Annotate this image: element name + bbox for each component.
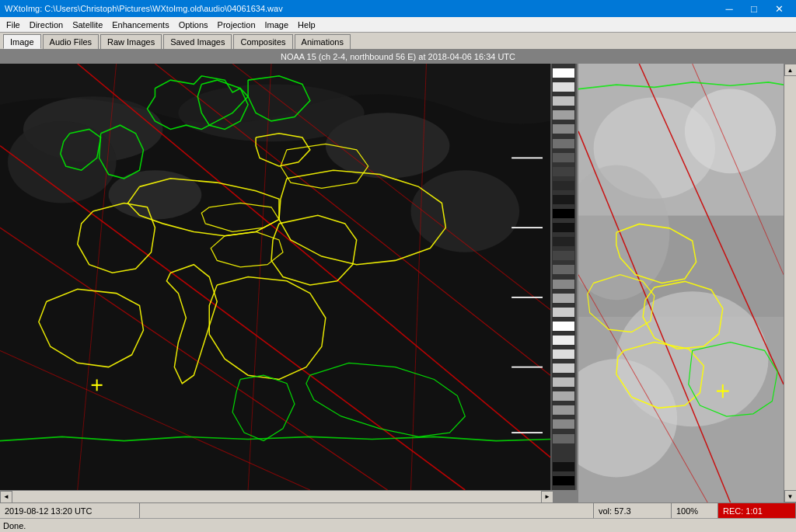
tab-audio-files[interactable]: Audio Files	[43, 34, 99, 49]
scroll-up-button[interactable]: ▲	[784, 64, 797, 76]
menu-file[interactable]: File	[2, 17, 25, 33]
main-satellite-image[interactable]	[0, 64, 552, 490]
scroll-bottom-area: ◄ ►	[0, 490, 578, 502]
menu-satellite[interactable]: Satellite	[68, 17, 107, 33]
menu-projection[interactable]: Projection	[213, 17, 260, 33]
scroll-track[interactable]	[12, 491, 541, 503]
status-message: Done.	[3, 521, 26, 530]
tab-animations[interactable]: Animations	[295, 34, 351, 49]
statusbar: 2019-08-12 13:20 UTC vol: 57.3 100% REC:…	[0, 502, 796, 518]
scroll-down-button[interactable]: ▼	[784, 490, 797, 502]
tab-raw-images[interactable]: Raw Images	[100, 34, 162, 49]
status-vol: vol: 57.3	[594, 503, 672, 518]
main-content: NOAA 15 (ch 2-4, northbound 56 E) at 201…	[0, 50, 796, 502]
secondary-satellite-image[interactable]	[578, 64, 784, 502]
tab-saved-images[interactable]: Saved Images	[163, 34, 232, 49]
scroll-right-button[interactable]: ►	[541, 491, 553, 503]
svg-rect-7	[0, 64, 550, 490]
tab-image[interactable]: Image	[3, 34, 41, 49]
titlebar-title: WXtoImg: C:\Users\Christoph\Pictures\WXt…	[5, 4, 283, 13]
right-panel: ▲ ▼	[578, 64, 796, 502]
close-button[interactable]: ✕	[766, 0, 791, 17]
calibration-strip	[552, 64, 577, 490]
scroll-left-button[interactable]: ◄	[0, 491, 12, 503]
content-row: ◄ ►	[0, 64, 796, 502]
bottom-row: Done.	[0, 518, 796, 532]
titlebar-controls: ─ □ ✕	[717, 0, 791, 17]
minimize-button[interactable]: ─	[717, 0, 742, 17]
status-empty	[140, 503, 594, 518]
menu-enhancements[interactable]: Enhancements	[107, 17, 173, 33]
menubar: File Direction Satellite Enhancements Op…	[0, 17, 796, 33]
vertical-scrollbar[interactable]: ▲ ▼	[784, 64, 796, 502]
image-title: NOAA 15 (ch 2-4, northbound 56 E) at 201…	[0, 50, 796, 64]
status-zoom: 100%	[672, 503, 718, 518]
status-datetime: 2019-08-12 13:20 UTC	[0, 503, 140, 518]
menu-options[interactable]: Options	[174, 17, 213, 33]
menu-direction[interactable]: Direction	[25, 17, 68, 33]
menu-help[interactable]: Help	[293, 17, 320, 33]
maximize-button[interactable]: □	[742, 0, 766, 17]
horizontal-scrollbar[interactable]: ◄ ►	[0, 490, 553, 502]
svg-point-27	[685, 89, 776, 174]
menu-image[interactable]: Image	[260, 17, 294, 33]
vscroll-track[interactable]	[784, 76, 797, 490]
tabbar: Image Audio Files Raw Images Saved Image…	[0, 33, 796, 50]
titlebar: WXtoImg: C:\Users\Christoph\Pictures\WXt…	[0, 0, 796, 17]
left-panel: ◄ ►	[0, 64, 578, 502]
tab-composites[interactable]: Composites	[233, 34, 292, 49]
status-rec: REC: 1:01	[718, 503, 796, 518]
